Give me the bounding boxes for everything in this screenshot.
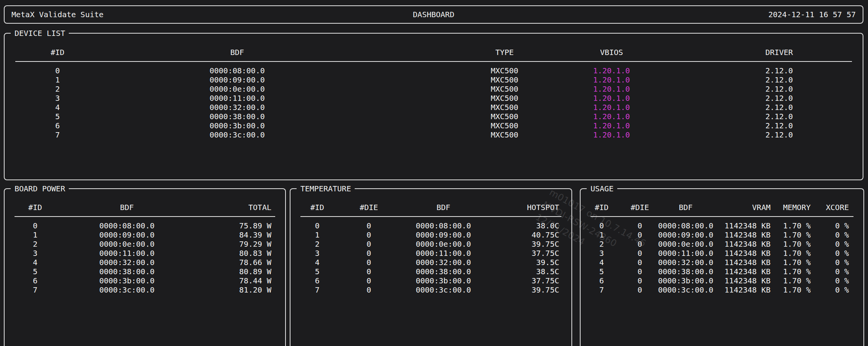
cell: 2.12.0 xyxy=(696,94,863,103)
cell: 0 xyxy=(344,221,394,230)
cell: 6 xyxy=(5,276,66,285)
panel-title: TEMPERATURE xyxy=(297,184,355,193)
cell: 0000:11:00.0 xyxy=(394,249,493,258)
cell: 0000:09:00.0 xyxy=(657,230,714,239)
cell: 0 xyxy=(344,239,394,249)
cell: 5 xyxy=(5,267,66,276)
table-row: 30000:11:00.0MXC5001.20.1.02.12.0 xyxy=(5,94,863,103)
cell: 1.70 % xyxy=(774,276,814,285)
cell: 1 xyxy=(5,230,66,239)
table-row: 500000:38:00.01142348 KB1.70 %0 % xyxy=(581,267,863,276)
table-header: #IDBDFTYPEVBIOSDRIVER xyxy=(5,34,863,57)
cell: 0000:3c:00.0 xyxy=(66,285,188,294)
cell: 3 xyxy=(581,249,623,258)
cell: 0000:38:00.0 xyxy=(657,267,714,276)
datetime-label: 2024-12-11 16 57 57 xyxy=(768,10,856,19)
header-cell: #DIE xyxy=(623,203,657,212)
cell: 1142348 KB xyxy=(714,221,774,230)
cell: 2 xyxy=(5,239,66,249)
table-row: 40000:32:00.078.66 W xyxy=(5,258,285,267)
header-cell: DRIVER xyxy=(696,48,863,57)
cell: 0 xyxy=(344,267,394,276)
cell: 1.20.1.0 xyxy=(558,75,696,84)
header-cell: #ID xyxy=(5,48,147,57)
header-cell: #ID xyxy=(290,203,344,212)
cell: 80.83 W xyxy=(188,249,285,258)
cell: 75.89 W xyxy=(188,221,285,230)
cell: 1.70 % xyxy=(774,230,814,239)
header-cell: BDF xyxy=(147,48,371,57)
cell: 1142348 KB xyxy=(714,267,774,276)
cell: 6 xyxy=(290,276,344,285)
header-cell: TOTAL xyxy=(188,203,285,212)
cell: 1.20.1.0 xyxy=(558,66,696,75)
cell: 1142348 KB xyxy=(714,249,774,258)
header-cell: MEMORY xyxy=(774,203,814,212)
table-row: 100000:09:00.01142348 KB1.70 %0 % xyxy=(581,230,863,239)
cell: 7 xyxy=(290,285,344,294)
table-row: 70000:3c:00.081.20 W xyxy=(5,285,285,294)
cell: 5 xyxy=(5,112,147,121)
cell: 0 xyxy=(5,221,66,230)
cell: MXC500 xyxy=(371,121,558,130)
cell: 0000:3b:00.0 xyxy=(66,276,188,285)
table-row: 20000:0e:00.0MXC5001.20.1.02.12.0 xyxy=(5,84,863,94)
cell: 0000:09:00.0 xyxy=(66,230,188,239)
header-cell: HOTSPOT xyxy=(493,203,571,212)
cell: 0 xyxy=(344,285,394,294)
table-row: 200000:0e:00.039.75C xyxy=(290,239,571,249)
cell: 1 xyxy=(5,75,147,84)
header-cell: BDF xyxy=(657,203,714,212)
cell: 2.12.0 xyxy=(696,103,863,112)
table-row: 600000:3b:00.037.75C xyxy=(290,276,571,285)
table-body: 00000:08:00.0MXC5001.20.1.02.12.010000:0… xyxy=(5,66,863,139)
cell: 0 xyxy=(344,249,394,258)
cell: 0 % xyxy=(814,239,863,249)
table-row: 30000:11:00.080.83 W xyxy=(5,249,285,258)
table-row: 40000:32:00.0MXC5001.20.1.02.12.0 xyxy=(5,103,863,112)
cell: 0 % xyxy=(814,285,863,294)
header-cell: VBIOS xyxy=(558,48,696,57)
cell: 0 xyxy=(623,258,657,267)
cell: 0000:0e:00.0 xyxy=(147,84,371,94)
table-body: 000000:08:00.038.0C100000:09:00.040.75C2… xyxy=(290,221,571,294)
cell: 37.75C xyxy=(493,249,571,258)
table-row: 10000:09:00.0MXC5001.20.1.02.12.0 xyxy=(5,75,863,84)
table-row: 50000:38:00.0MXC5001.20.1.02.12.0 xyxy=(5,112,863,121)
app-title: MetaX Validate Suite xyxy=(11,10,104,19)
cell: MXC500 xyxy=(371,66,558,75)
cell: 1.70 % xyxy=(774,221,814,230)
table-header: #ID#DIEBDFVRAMMEMORYXCORE xyxy=(581,189,863,212)
cell: 5 xyxy=(581,267,623,276)
table-row: 20000:0e:00.079.29 W xyxy=(5,239,285,249)
cell: 1.20.1.0 xyxy=(558,103,696,112)
cell: MXC500 xyxy=(371,84,558,94)
cell: 0000:08:00.0 xyxy=(657,221,714,230)
header-separator xyxy=(591,216,853,217)
table-row: 100000:09:00.040.75C xyxy=(290,230,571,239)
cell: 0000:3b:00.0 xyxy=(394,276,493,285)
table-row: 00000:08:00.075.89 W xyxy=(5,221,285,230)
cell: 1.70 % xyxy=(774,267,814,276)
cell: 1.20.1.0 xyxy=(558,84,696,94)
panel-title: USAGE xyxy=(587,184,617,193)
cell: 2 xyxy=(290,239,344,249)
cell: 0000:32:00.0 xyxy=(394,258,493,267)
cell: 0000:32:00.0 xyxy=(147,103,371,112)
cell: 0000:0e:00.0 xyxy=(394,239,493,249)
device-list-panel: DEVICE LIST #IDBDFTYPEVBIOSDRIVER 00000:… xyxy=(4,33,863,180)
cell: 5 xyxy=(290,267,344,276)
cell: 0000:3c:00.0 xyxy=(394,285,493,294)
cell: 1.70 % xyxy=(774,258,814,267)
cell: 4 xyxy=(581,258,623,267)
cell: 0 xyxy=(344,258,394,267)
cell: 0000:32:00.0 xyxy=(66,258,188,267)
cell: 0 xyxy=(5,66,147,75)
cell: 6 xyxy=(5,121,147,130)
header-separator xyxy=(15,216,275,217)
cell: 0 % xyxy=(814,230,863,239)
cell: 1142348 KB xyxy=(714,285,774,294)
table-row: 300000:11:00.037.75C xyxy=(290,249,571,258)
temperature-panel: TEMPERATURE #ID#DIEBDFHOTSPOT 000000:08:… xyxy=(290,188,572,346)
cell: 1.70 % xyxy=(774,249,814,258)
